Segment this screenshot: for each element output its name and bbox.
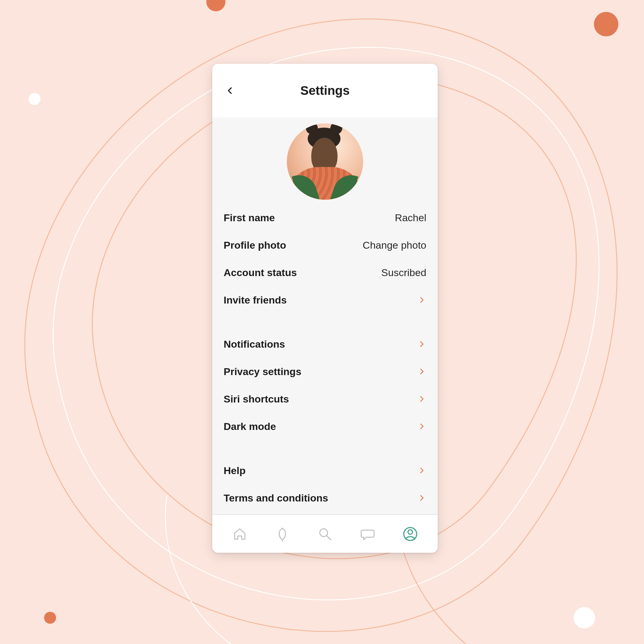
row-dark-mode[interactable]: Dark mode (224, 413, 426, 440)
row-privacy-settings[interactable]: Privacy settings (224, 358, 426, 385)
chevron-right-icon (417, 367, 426, 376)
row-siri-shortcuts[interactable]: Siri shortcuts (224, 385, 426, 413)
row-account-status[interactable]: Account status Suscribed (224, 259, 426, 286)
decor-dot (29, 93, 41, 105)
row-value: Rachel (395, 212, 426, 224)
svg-point-2 (408, 530, 413, 534)
avatar-wrap (212, 122, 438, 204)
profile-icon (403, 526, 418, 542)
app-screen: Settings First name Rachel Profile photo… (212, 64, 438, 553)
row-label: Notifications (224, 338, 285, 350)
decor-dot (574, 607, 595, 628)
row-value: Suscribed (381, 267, 426, 278)
chat-icon (360, 526, 375, 542)
page-title: Settings (300, 83, 350, 98)
row-invite-friends[interactable]: Invite friends (224, 286, 426, 314)
chevron-right-icon (417, 422, 426, 431)
tab-bar (212, 514, 438, 553)
home-icon (232, 526, 247, 542)
row-help[interactable]: Help (224, 457, 426, 484)
back-button[interactable] (223, 83, 237, 98)
settings-list: First name Rachel Profile photo Change p… (212, 204, 438, 512)
row-label: Account status (224, 267, 297, 278)
row-first-name[interactable]: First name Rachel (224, 204, 426, 231)
chevron-right-icon (417, 340, 426, 349)
avatar-bun (330, 123, 342, 134)
screen-header: Settings (212, 64, 438, 117)
chevron-right-icon (417, 295, 426, 304)
section-gap (224, 440, 426, 457)
row-notifications[interactable]: Notifications (224, 330, 426, 358)
chevron-left-icon (226, 86, 234, 95)
row-label: Profile photo (224, 239, 286, 251)
row-label: Siri shortcuts (224, 393, 289, 405)
row-value: Change photo (363, 239, 426, 251)
tab-home[interactable] (231, 525, 248, 543)
leaf-icon (275, 526, 290, 542)
row-terms[interactable]: Terms and conditions (224, 484, 426, 512)
decor-dot (594, 12, 618, 36)
section-gap (224, 314, 426, 330)
row-profile-photo[interactable]: Profile photo Change photo (224, 231, 426, 259)
avatar[interactable] (287, 123, 363, 200)
tab-chat[interactable] (359, 525, 376, 543)
tab-leaf[interactable] (274, 525, 291, 543)
row-label: Terms and conditions (224, 492, 328, 504)
row-label: First name (224, 212, 275, 224)
chevron-right-icon (417, 466, 426, 475)
settings-content: First name Rachel Profile photo Change p… (212, 117, 438, 514)
tab-profile[interactable] (402, 525, 419, 543)
decor-dot (44, 612, 56, 624)
row-label: Invite friends (224, 294, 287, 306)
chevron-right-icon (417, 493, 426, 502)
row-label: Privacy settings (224, 366, 301, 377)
svg-point-0 (320, 529, 328, 536)
tab-search[interactable] (316, 525, 334, 543)
search-icon (317, 526, 333, 542)
row-label: Help (224, 465, 246, 476)
row-label: Dark mode (224, 421, 276, 432)
chevron-right-icon (417, 394, 426, 403)
